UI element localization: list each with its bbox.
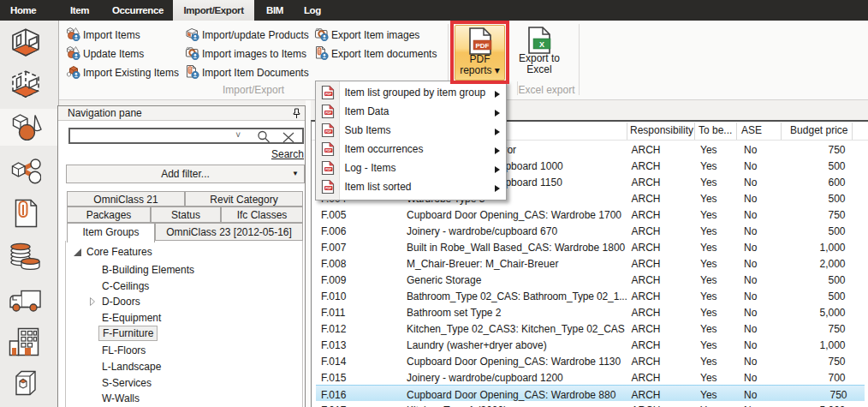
svg-text:X: X — [539, 39, 544, 48]
svg-text:PDF: PDF — [325, 93, 332, 96]
svg-text:PDF: PDF — [325, 149, 332, 153]
svg-text:PDF: PDF — [325, 168, 332, 171]
svg-text:PDF: PDF — [325, 187, 332, 190]
svg-text:PDF: PDF — [325, 130, 332, 134]
svg-text:PDF: PDF — [325, 111, 332, 115]
